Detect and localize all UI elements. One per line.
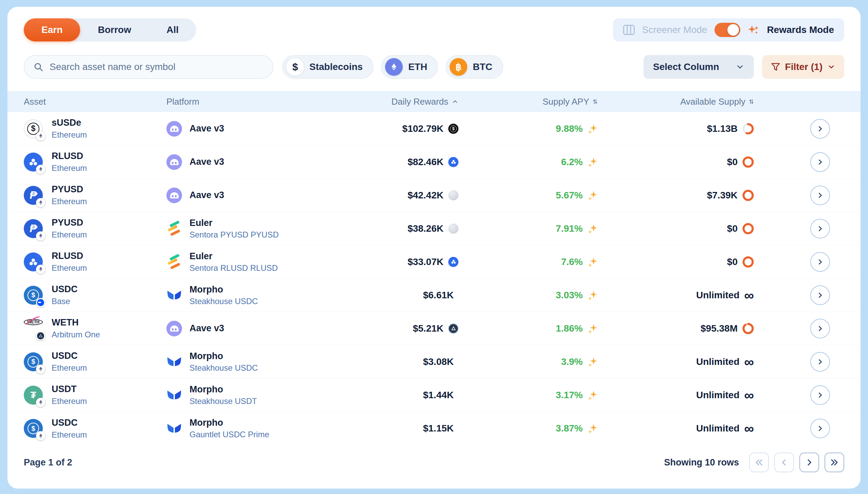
select-column-dropdown[interactable]: Select Column <box>644 55 754 79</box>
table-row[interactable]: ₱ PYUSD Ethereum Aave v3 $42.42K 5.67% $… <box>7 179 861 212</box>
asset-symbol: WETH <box>52 317 100 328</box>
asset-symbol: sUSDe <box>52 118 87 128</box>
table-controls: Select Column Filter (1) <box>644 55 844 79</box>
supply-apy-cell: 3.87% <box>458 423 598 434</box>
row-detail-button[interactable] <box>810 252 830 272</box>
table-row[interactable]: $ sUSDe Ethereum Aave v3 $102.79K$ 9.88%… <box>7 112 861 145</box>
row-detail-button[interactable] <box>810 186 830 205</box>
rows-count-label: Showing 10 rows <box>664 457 739 468</box>
supply-apy-cell: 9.88% <box>458 123 598 134</box>
daily-rewards-value: $6.61K <box>423 290 454 301</box>
row-detail-button[interactable] <box>810 319 830 338</box>
column-header-daily-rewards[interactable]: Daily Rewards <box>391 96 458 107</box>
supply-apy-cell: 5.67% <box>458 190 598 201</box>
ethereum-badge-icon <box>36 265 45 274</box>
euler-icon <box>166 254 182 270</box>
supply-apy-value: 3.87% <box>556 423 583 434</box>
column-header-supply-apy[interactable]: Supply APY <box>458 96 598 107</box>
select-column-label: Select Column <box>653 61 719 72</box>
column-header-platform[interactable]: Platform <box>166 96 391 107</box>
sort-both-icon <box>749 98 754 105</box>
table-row[interactable]: RLUSD Ethereum Aave v3 $82.46K 6.2% $0 <box>7 145 861 179</box>
first-page-button[interactable] <box>749 453 769 472</box>
asset-network: Base <box>52 297 78 306</box>
chevron-right-icon <box>816 224 825 233</box>
aave-icon <box>166 121 182 137</box>
platform-name: Aave v3 <box>189 190 224 200</box>
column-header-asset[interactable]: Asset <box>24 96 166 107</box>
supply-apy-value: 6.2% <box>561 157 583 167</box>
asset-cell: RLUSD Ethereum <box>24 251 166 273</box>
column-header-available-supply[interactable]: Available Supply <box>598 96 754 107</box>
table-row[interactable]: RLUSD Ethereum Euler Sentora RLUSD RLUSD… <box>7 245 861 279</box>
table-row[interactable]: $ USDC Ethereum Morpho Steakhouse USDC $… <box>7 345 861 378</box>
ethereum-badge-icon <box>36 165 45 174</box>
table-row[interactable]: ₱ PYUSD Ethereum Euler Sentora PYUSD PYU… <box>7 212 861 245</box>
sparkle-icon <box>587 357 598 367</box>
aave-icon <box>166 154 182 170</box>
daily-rewards-cell: $38.26K <box>391 223 458 234</box>
supply-apy-value: 9.88% <box>556 123 583 134</box>
arbitrum-badge-icon <box>36 331 45 340</box>
available-supply-value: Unlimited <box>696 423 740 434</box>
row-detail-button[interactable] <box>810 285 830 305</box>
chip-stablecoins[interactable]: $ Stablecoins <box>282 55 374 79</box>
row-detail-button[interactable] <box>810 385 830 405</box>
previous-page-button[interactable] <box>774 453 794 472</box>
row-detail-button[interactable] <box>810 352 830 372</box>
supply-apy-value: 5.67% <box>556 190 583 201</box>
available-supply-value: $0 <box>727 257 738 267</box>
daily-rewards-value: $82.46K <box>408 157 444 167</box>
sparkle-icon <box>587 323 598 334</box>
asset-cell: WETH WETH Arbitrum One <box>24 317 166 339</box>
table-row[interactable]: ₮ USDT Ethereum Morpho Steakhouse USDT $… <box>7 378 861 412</box>
sort-asc-icon <box>452 98 458 105</box>
supply-apy-cell: 6.2% <box>458 157 598 167</box>
columns-icon <box>623 25 635 35</box>
asset-symbol: RLUSD <box>52 251 87 261</box>
available-supply-value: $0 <box>727 157 738 167</box>
asset-network: Ethereum <box>52 363 87 373</box>
row-detail-button[interactable] <box>810 119 830 139</box>
infinity-icon: ∞ <box>744 422 754 435</box>
filter-dropdown[interactable]: Filter (1) <box>762 55 844 79</box>
morpho-icon <box>166 287 182 303</box>
tab-borrow[interactable]: Borrow <box>80 18 149 41</box>
table-header: Asset Platform Daily Rewards Supply APY … <box>7 91 861 112</box>
asset-cell: ₱ PYUSD Ethereum <box>24 217 166 240</box>
row-detail-button[interactable] <box>810 219 830 239</box>
daily-rewards-cell: $1.44K <box>391 390 458 401</box>
available-supply-cell: $7.39K <box>598 190 754 201</box>
table-row[interactable]: $ USDC Ethereum Morpho Gauntlet USDC Pri… <box>7 412 861 445</box>
chip-label: ETH <box>408 61 427 72</box>
table-row[interactable]: $ USDC Base Morpho Steakhouse USDC $6.61… <box>7 279 861 312</box>
euler-icon <box>166 221 182 236</box>
platform-vault-name: Sentora RLUSD RLUSD <box>189 263 278 273</box>
toggle-knob <box>727 24 739 36</box>
screener-mode-label: Screener Mode <box>642 24 707 35</box>
platform-name: Aave v3 <box>189 323 224 334</box>
supply-apy-value: 7.91% <box>556 223 583 234</box>
chevron-right-icon <box>816 424 825 433</box>
search-input[interactable] <box>50 61 264 72</box>
tab-earn[interactable]: Earn <box>24 18 80 41</box>
tab-all[interactable]: All <box>149 18 196 41</box>
supply-apy-value: 1.86% <box>556 323 583 334</box>
row-detail-button[interactable] <box>810 419 830 438</box>
asset-cell: RLUSD Ethereum <box>24 151 166 173</box>
platform-name: Morpho <box>189 284 258 295</box>
morpho-icon <box>166 354 182 370</box>
ethereum-badge-icon <box>36 398 45 407</box>
asset-cell: $ USDC Ethereum <box>24 351 166 373</box>
table-row[interactable]: WETH WETH Arbitrum One Aave v3 $5.21K 1.… <box>7 312 861 345</box>
next-page-button[interactable] <box>799 453 819 472</box>
platform-cell: Euler Sentora RLUSD RLUSD <box>166 251 391 273</box>
available-supply-value: $95.38M <box>701 323 738 334</box>
chip-btc[interactable]: ฿ BTC <box>446 55 503 79</box>
platform-cell: Morpho Gauntlet USDC Prime <box>166 418 391 439</box>
asset-symbol: PYUSD <box>52 184 87 195</box>
last-page-button[interactable] <box>825 453 844 472</box>
row-detail-button[interactable] <box>810 152 830 172</box>
chip-eth[interactable]: ETH <box>381 55 438 79</box>
rewards-mode-toggle[interactable] <box>715 23 740 37</box>
